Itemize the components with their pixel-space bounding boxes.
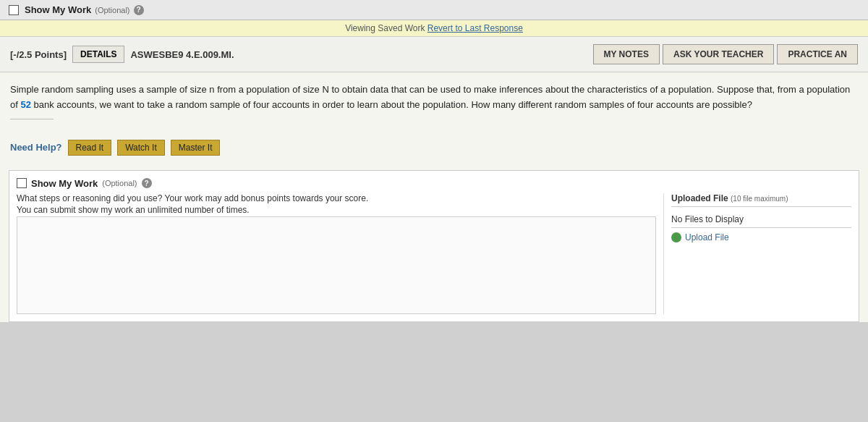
question-code: ASWESBE9 4.E.009.MI. [130, 49, 587, 60]
upload-icon [671, 232, 681, 242]
top-help-icon[interactable]: ? [134, 5, 144, 15]
question-text-2: bank accounts, we want to take a random … [34, 99, 752, 110]
need-help-label: Need Help? [10, 142, 62, 153]
uploaded-file-text: Uploaded File [671, 193, 728, 203]
upload-file-link[interactable]: Upload File [671, 232, 851, 242]
need-help-row: Need Help? Read It Watch It Master It [0, 132, 868, 163]
show-my-work-section: Show My Work (Optional) ? What steps or … [9, 170, 859, 322]
divider [10, 119, 54, 119]
practice-button[interactable]: PRACTICE AN [777, 44, 858, 64]
smw-desc1: What steps or reasoning did you use? You… [17, 193, 656, 203]
smw-desc2: You can submit show my work an unlimited… [17, 205, 656, 215]
smw-left: What steps or reasoning did you use? You… [17, 193, 656, 314]
question-header: [-/2.5 Points] DETAILS ASWESBE9 4.E.009.… [0, 37, 868, 72]
main-content: [-/2.5 Points] DETAILS ASWESBE9 4.E.009.… [0, 37, 868, 322]
master-it-button[interactable]: Master It [171, 140, 221, 156]
show-my-work-text: Show My Work [25, 4, 91, 15]
top-bar: Show My Work (Optional) ? [0, 0, 868, 20]
question-body: Simple random sampling uses a sample of … [0, 72, 868, 132]
saving-text: Viewing Saved Work [345, 23, 425, 33]
uploaded-file-title: Uploaded File (10 file maximum) [671, 193, 851, 207]
no-files-text: No Files to Display [671, 211, 851, 228]
smw-help-icon[interactable]: ? [142, 178, 152, 188]
smw-header: Show My Work (Optional) ? [17, 178, 851, 189]
watch-it-button[interactable]: Watch It [117, 140, 165, 156]
header-buttons: MY NOTES ASK YOUR TEACHER PRACTICE AN [593, 44, 859, 64]
top-show-my-work-label: Show My Work (Optional) ? [25, 4, 144, 15]
saving-bar: Viewing Saved Work Revert to Last Respon… [0, 20, 868, 37]
optional-text-top: (Optional) [95, 6, 129, 14]
upload-link-text: Upload File [685, 232, 729, 242]
points-label: [-/2.5 Points] [10, 49, 67, 60]
smw-textarea-container[interactable] [17, 216, 656, 314]
details-button[interactable]: DETAILS [72, 46, 124, 63]
highlight-52: 52 [20, 99, 30, 110]
read-it-button[interactable]: Read It [68, 140, 112, 156]
smw-body: What steps or reasoning did you use? You… [17, 193, 851, 314]
file-limit-text: (10 file maximum) [731, 195, 788, 203]
smw-right-panel: Uploaded File (10 file maximum) No Files… [663, 193, 851, 314]
revert-link[interactable]: Revert to Last Response [427, 23, 523, 33]
smw-optional: (Optional) [102, 179, 137, 187]
checkbox-icon [9, 5, 19, 15]
ask-teacher-button[interactable]: ASK YOUR TEACHER [663, 44, 774, 64]
my-notes-button[interactable]: MY NOTES [593, 44, 660, 64]
smw-title: Show My Work [31, 178, 98, 189]
smw-checkbox-icon [17, 178, 27, 188]
smw-textarea[interactable] [17, 217, 655, 311]
